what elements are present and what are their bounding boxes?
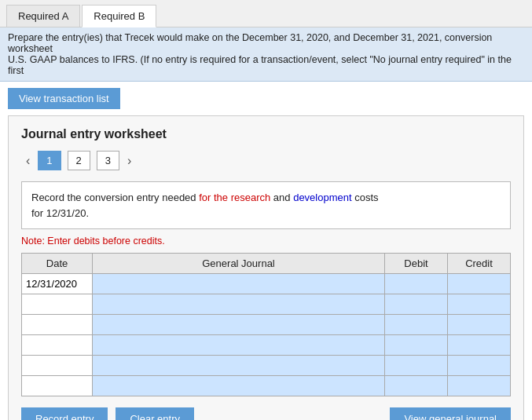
date-input-5[interactable] [22,376,92,396]
debit-input-4[interactable] [385,356,447,375]
worksheet-title: Journal entry worksheet [21,127,511,141]
date-cell-2 [22,315,93,335]
page-2[interactable]: 2 [68,151,90,170]
gen-journal-cell-4 [93,356,385,376]
view-transaction-list-button[interactable]: View transaction list [8,88,120,109]
debit-input-1[interactable] [385,294,447,314]
description-text-blue: development [293,192,351,203]
page-3[interactable]: 3 [97,151,119,170]
gen-journal-cell-2 [93,315,385,335]
col-header-date: Date [22,254,93,274]
credit-cell-0 [448,274,511,294]
prev-page-arrow[interactable]: ‹ [21,152,35,170]
gen-journal-input-4[interactable] [93,356,384,375]
gen-journal-input-0[interactable] [93,274,384,294]
credit-input-5[interactable] [448,376,510,396]
next-page-arrow[interactable]: › [123,152,136,170]
worksheet-container: Journal entry worksheet ‹ 1 2 3 › Record… [8,115,524,420]
gen-journal-input-3[interactable] [93,335,384,355]
credit-cell-5 [448,376,511,396]
debit-cell-2 [385,315,448,335]
credit-input-0[interactable] [448,274,510,294]
instruction-text-1: Prepare the entry(ies) that Trecek would… [8,32,492,54]
credit-cell-3 [448,335,511,356]
description-text-normal2: and [270,192,293,203]
instruction-text-2: U.S. GAAP balances to IFRS. (If no entry… [8,54,512,76]
journal-table: Date General Journal Debit Credit [21,253,511,396]
gen-journal-cell-1 [93,294,385,315]
top-action-bar: View transaction list [0,82,532,115]
debit-input-2[interactable] [385,315,447,334]
table-row [22,376,511,396]
debit-input-5[interactable] [385,376,447,396]
pagination: ‹ 1 2 3 › [21,151,511,170]
debit-cell-0 [385,274,448,294]
col-header-credit: Credit [448,254,511,274]
table-row [22,356,511,376]
record-entry-button[interactable]: Record entry [21,407,108,420]
gen-journal-cell-0 [93,274,385,294]
date-cell-0 [22,274,93,294]
date-cell-1 [22,294,93,315]
tab-required-b[interactable]: Required B [82,5,156,27]
date-cell-4 [22,356,93,376]
date-cell-5 [22,376,93,396]
view-general-journal-button[interactable]: View general journal [390,407,511,420]
table-row [22,315,511,335]
date-input-1[interactable] [22,294,92,314]
credit-input-1[interactable] [448,294,510,314]
credit-cell-2 [448,315,511,335]
col-header-general-journal: General Journal [93,254,385,274]
gen-journal-cell-5 [93,376,385,396]
debit-cell-5 [385,376,448,396]
gen-journal-input-5[interactable] [93,376,384,396]
page-1[interactable]: 1 [38,151,61,170]
description-box: Record the conversion entry needed for t… [21,181,511,229]
gen-journal-cell-3 [93,335,385,356]
date-cell-3 [22,335,93,356]
col-header-debit: Debit [385,254,448,274]
date-input-4[interactable] [22,356,92,375]
tabs-bar: Required A Required B [0,0,532,27]
instruction-bar: Prepare the entry(ies) that Trecek would… [0,27,532,82]
gen-journal-input-1[interactable] [93,294,384,314]
debit-cell-4 [385,356,448,376]
debit-input-0[interactable] [385,274,447,294]
credit-cell-1 [448,294,511,315]
table-row [22,274,511,294]
date-input-0[interactable] [22,274,92,294]
note-text: Note: Enter debits before credits. [21,236,511,247]
description-text-red: for the research [199,192,270,203]
credit-input-3[interactable] [448,335,510,355]
debit-input-3[interactable] [385,335,447,355]
credit-input-2[interactable] [448,315,510,334]
table-row [22,335,511,356]
credit-cell-4 [448,356,511,376]
gen-journal-input-2[interactable] [93,315,384,334]
description-text-normal1: Record the conversion entry needed [31,192,199,203]
bottom-buttons: Record entry Clear entry View general jo… [21,407,511,420]
clear-entry-button[interactable]: Clear entry [116,407,194,420]
description-text-normal3: costs [352,192,379,203]
date-input-3[interactable] [22,335,92,355]
tab-required-a[interactable]: Required A [6,5,80,27]
table-row [22,294,511,315]
description-text-line2: for 12/31/20. [31,207,89,219]
credit-input-4[interactable] [448,356,510,375]
date-input-2[interactable] [22,315,92,334]
debit-cell-1 [385,294,448,315]
debit-cell-3 [385,335,448,356]
